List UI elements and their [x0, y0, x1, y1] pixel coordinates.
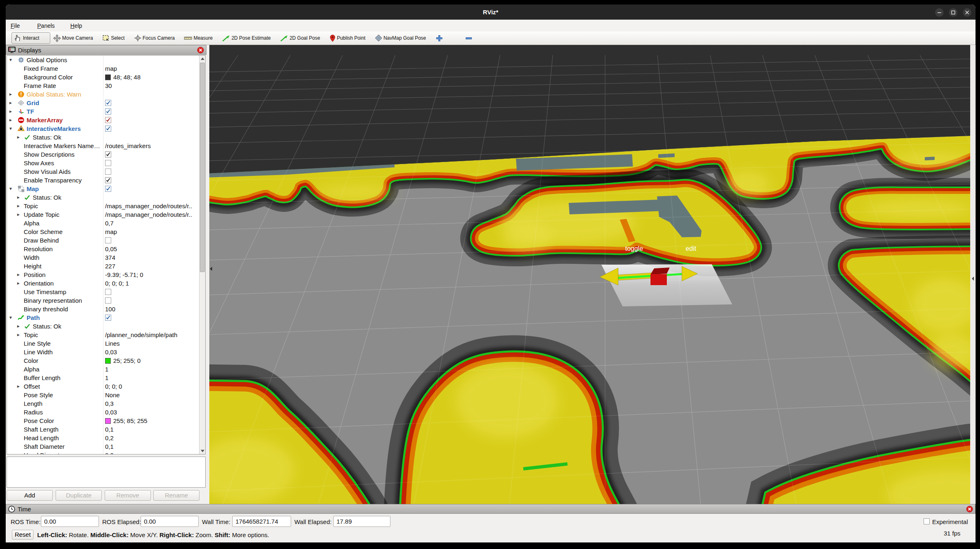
svg-text:toggle: toggle [625, 245, 643, 252]
svg-text:edit: edit [686, 245, 696, 252]
